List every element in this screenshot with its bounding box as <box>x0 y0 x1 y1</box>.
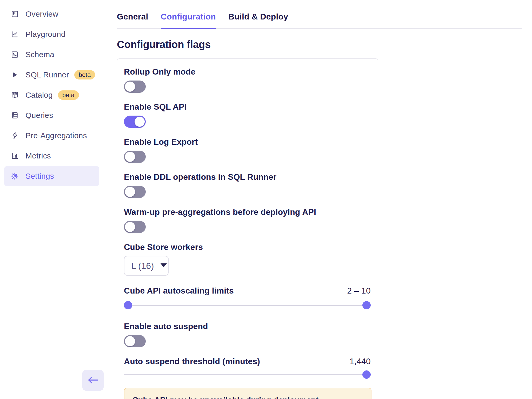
page-title: Configuration flags <box>117 38 522 51</box>
autoscaling-row: Cube API autoscaling limits 2 – 10 <box>124 285 371 296</box>
slider-handle[interactable] <box>362 370 371 379</box>
chart-line-icon <box>11 30 19 38</box>
toggle-knob <box>125 336 135 346</box>
sidebar-item-queries[interactable]: Queries <box>4 105 99 125</box>
slider-rail <box>124 305 371 306</box>
sidebar-item-playground[interactable]: Playground <box>4 24 99 44</box>
tab-general[interactable]: General <box>117 12 148 28</box>
tab-build-deploy[interactable]: Build & Deploy <box>228 12 288 28</box>
slider-handle-min[interactable] <box>124 301 132 309</box>
sidebar-item-schema[interactable]: Schema <box>4 44 99 65</box>
toggle-knob <box>125 152 135 162</box>
sidebar-item-metrics[interactable]: Metrics <box>4 146 99 166</box>
server-icon <box>11 111 19 119</box>
sidebar-item-label: SQL Runner <box>25 70 69 79</box>
ddl-operations-toggle[interactable] <box>124 186 146 198</box>
toggle-knob <box>125 187 135 197</box>
toggle-knob <box>135 117 145 127</box>
auto-suspend-label: Enable auto suspend <box>124 321 371 331</box>
sidebar-item-label: Settings <box>25 172 54 181</box>
suspend-threshold-slider[interactable] <box>124 370 371 379</box>
play-icon <box>11 71 19 79</box>
sidebar-item-label: Metrics <box>25 151 51 160</box>
cube-store-workers-label: Cube Store workers <box>124 242 371 252</box>
sidebar-item-catalog[interactable]: Catalog beta <box>4 85 99 105</box>
beta-badge: beta <box>58 90 79 100</box>
cube-cloud-settings-page: { "sidebar": { "items": [ {"label": "Ove… <box>0 0 532 399</box>
sidebar-nav: Overview Playground Schema SQL Runner <box>0 0 104 186</box>
log-export-label: Enable Log Export <box>124 137 371 147</box>
autoscaling-slider[interactable] <box>124 301 371 309</box>
sidebar-item-pre-aggregations[interactable]: Pre-Aggregations <box>4 125 99 146</box>
chevron-down-icon <box>160 263 167 268</box>
gear-icon <box>11 172 19 180</box>
sidebar-collapse-button[interactable] <box>82 370 104 391</box>
warmup-toggle[interactable] <box>124 221 146 233</box>
sql-api-label: Enable SQL API <box>124 102 371 112</box>
suspend-threshold-value: 1,440 <box>349 357 371 366</box>
cube-store-workers-select[interactable]: L (16) <box>124 256 169 276</box>
sidebar-item-label: Catalog <box>25 91 53 99</box>
sidebar-item-sql-runner[interactable]: SQL Runner beta <box>4 65 99 85</box>
tab-bar: General Configuration Build & Deploy <box>117 0 522 29</box>
tab-configuration[interactable]: Configuration <box>161 12 216 28</box>
suspend-threshold-label: Auto suspend threshold (minutes) <box>124 356 260 367</box>
log-export-toggle[interactable] <box>124 151 146 163</box>
sidebar-item-overview[interactable]: Overview <box>4 4 99 24</box>
configuration-flags-card: Rollup Only mode Enable SQL API Enable L… <box>117 58 378 399</box>
board-icon <box>11 10 19 18</box>
slider-handle-max[interactable] <box>362 301 371 309</box>
rollup-only-label: Rollup Only mode <box>124 66 371 77</box>
slider-rail <box>124 374 371 375</box>
sidebar-item-settings[interactable]: Settings <box>4 166 99 186</box>
sidebar-item-label: Pre-Aggregations <box>25 131 87 140</box>
rollup-only-toggle[interactable] <box>124 81 146 93</box>
select-value: L (16) <box>131 261 154 271</box>
toggle-knob <box>125 222 135 232</box>
ddl-operations-label: Enable DDL operations in SQL Runner <box>124 172 371 182</box>
toggle-knob <box>125 82 135 92</box>
beta-badge: beta <box>74 70 95 79</box>
autoscaling-range-value: 2 – 10 <box>347 286 371 296</box>
lightning-icon <box>11 132 19 139</box>
main-content: General Configuration Build & Deploy Con… <box>104 0 532 399</box>
deployment-warning-banner: Cube API may be unavailable during deplo… <box>124 388 371 399</box>
warning-text: Cube API may be unavailable during deplo… <box>132 395 363 399</box>
sidebar-item-label: Overview <box>25 10 58 18</box>
sidebar: Overview Playground Schema SQL Runner <box>0 0 104 399</box>
bar-chart-icon <box>11 152 19 160</box>
book-open-icon <box>11 91 19 99</box>
arrow-left-icon <box>88 376 98 384</box>
sidebar-item-label: Schema <box>25 50 54 59</box>
terminal-icon <box>11 51 19 58</box>
sidebar-item-label: Playground <box>25 30 65 39</box>
suspend-threshold-row: Auto suspend threshold (minutes) 1,440 <box>124 356 371 367</box>
sidebar-item-label: Queries <box>25 111 53 120</box>
warmup-label: Warm-up pre-aggregations before deployin… <box>124 207 371 217</box>
autoscaling-label: Cube API autoscaling limits <box>124 285 234 296</box>
auto-suspend-toggle[interactable] <box>124 335 146 347</box>
sql-api-toggle[interactable] <box>124 116 146 128</box>
